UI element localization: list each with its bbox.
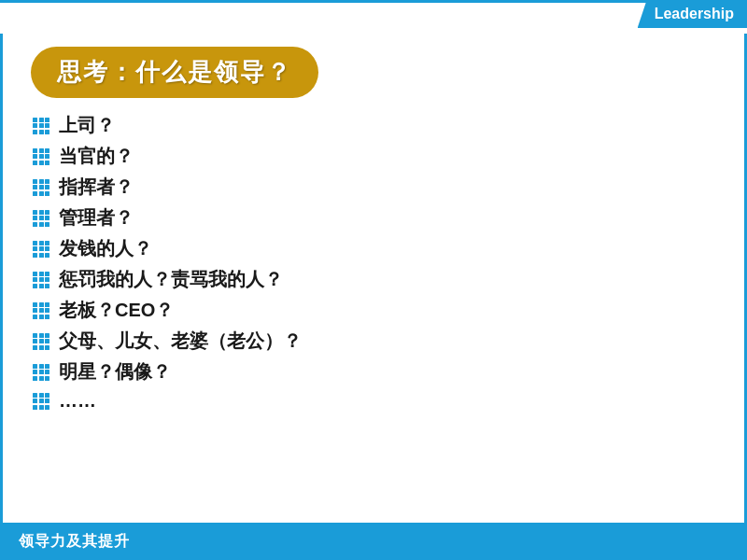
list-item-text: 管理者？ — [59, 205, 134, 231]
item-list: 上司？当官的？指挥者？管理者？发钱的人？惩罚我的人？责骂我的人？老板？CEO？父… — [31, 113, 716, 412]
title-banner: 思考：什么是领导？ — [31, 47, 318, 98]
bullet-grid-icon — [31, 208, 51, 229]
title-text: 思考：什么是领导？ — [57, 58, 292, 86]
bullet-grid-icon — [31, 177, 51, 198]
bullet-grid-icon — [31, 147, 51, 167]
list-item-text: 上司？ — [59, 113, 115, 138]
list-item: 父母、儿女、老婆（老公）？ — [31, 329, 716, 354]
list-item-text: 发钱的人？ — [59, 236, 152, 261]
top-border — [0, 0, 747, 34]
list-item: 指挥者？ — [31, 175, 716, 200]
list-item-text: 指挥者？ — [59, 175, 134, 200]
list-item: …… — [31, 390, 716, 412]
list-item-text: 惩罚我的人？责骂我的人？ — [59, 267, 283, 292]
list-item-text: 明星？偶像？ — [59, 359, 171, 385]
list-item-text: 当官的？ — [59, 144, 134, 169]
list-item: 老板？CEO？ — [31, 298, 716, 323]
bullet-grid-icon — [31, 391, 51, 412]
main-content: 思考：什么是领导？ 上司？当官的？指挥者？管理者？发钱的人？惩罚我的人？责骂我的… — [0, 34, 747, 523]
footer-text: 领导力及其提升 — [19, 532, 130, 552]
list-item: 发钱的人？ — [31, 236, 716, 261]
list-item: 管理者？ — [31, 205, 716, 231]
list-item: 当官的？ — [31, 144, 716, 169]
list-item-text: 老板？CEO？ — [59, 298, 174, 323]
list-item: 上司？ — [31, 113, 716, 138]
bullet-grid-icon — [31, 116, 51, 136]
bullet-grid-icon — [31, 270, 51, 290]
bullet-grid-icon — [31, 331, 51, 352]
bullet-grid-icon — [31, 239, 51, 259]
list-item: 明星？偶像？ — [31, 359, 716, 385]
leadership-label: Leadership — [638, 0, 747, 28]
bullet-grid-icon — [31, 362, 51, 383]
bottom-footer: 领导力及其提升 — [0, 523, 747, 560]
list-item-text: …… — [59, 390, 96, 412]
list-item-text: 父母、儿女、老婆（老公）？ — [59, 329, 302, 354]
bullet-grid-icon — [31, 301, 51, 321]
list-item: 惩罚我的人？责骂我的人？ — [31, 267, 716, 292]
